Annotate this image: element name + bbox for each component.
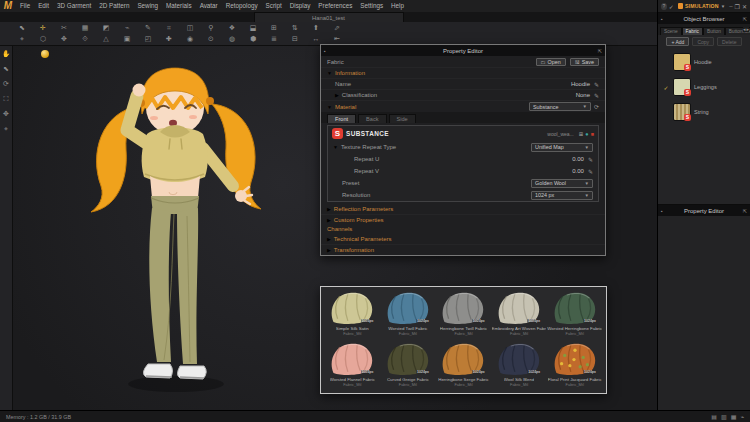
mirror-tool-icon[interactable]: ⬓ [247,22,259,33]
end-tool-icon[interactable]: ⇤ [331,33,343,44]
fabric-swatch[interactable]: 1024pxFloral Print Jacquard FabricFabric… [547,341,602,391]
plugin-icon[interactable]: ⌁ [740,413,744,420]
menu-settings[interactable]: Settings [356,0,387,12]
tab-button[interactable]: Button [703,27,725,35]
measure-tool-icon[interactable]: ⌗ [163,22,175,33]
tab-fabric[interactable]: Fabric [682,27,703,35]
menu-help[interactable]: Help [387,0,408,12]
scissors-tool-icon[interactable]: ✂ [58,22,70,33]
menu-display[interactable]: Display [286,0,315,12]
fabric-swatch[interactable]: 1024pxHerringbone Twill FabricFabric_Mtl [436,290,491,340]
menu-materials[interactable]: Materials [162,0,196,12]
menu-2d-pattern[interactable]: 2D Pattern [95,0,133,12]
repeat-type-dropdown[interactable]: Unified Map▼ [531,143,593,152]
information-section-header[interactable]: ▼ Information [321,67,605,78]
move-all-icon[interactable]: ✥ [3,110,9,118]
document-tab[interactable]: Hana01_test [254,12,404,22]
check-icon[interactable]: ✓ [669,3,674,10]
classification-row[interactable]: ▶ Classification None ✎ [321,89,605,100]
save-button[interactable]: 🖫Save [570,58,599,66]
pin-tool-icon[interactable]: ◩ [100,22,112,33]
menu-edit[interactable]: Edit [34,0,53,12]
fabric-swatch[interactable]: 1024pxEmbroidery Art Woven FabricFabric_… [492,290,547,340]
swap-tool-icon[interactable]: ⇅ [289,22,301,33]
material-section-header[interactable]: ▼ Material Substance▼ ⟳ [321,100,605,112]
tab-scene[interactable]: Scene [660,27,682,35]
material-tab-front[interactable]: Front [327,114,356,123]
collapse-tool-icon[interactable]: ⊟ [289,33,301,44]
move-tool-icon[interactable]: ✛ [37,22,49,33]
sidebar-property-editor-titlebar[interactable]: ▪ Property Editor ⇱ [658,205,750,216]
flip-tool-icon[interactable]: ⬀ [331,22,343,33]
tab-scroll-right-icon[interactable]: ▸ [746,26,749,32]
frame-tool-icon[interactable]: ◰ [142,33,154,44]
edit-tool-icon[interactable]: ✎ [142,22,154,33]
edit-pencil-icon[interactable]: ✎ [588,168,593,175]
dock-icon[interactable]: ▪ [661,16,663,22]
tab-scroll-left-icon[interactable]: ◂ [743,26,746,32]
open-button[interactable]: 🗀Open [536,58,566,66]
rotate-view-icon[interactable]: ⟳ [3,80,9,88]
arrange-tool-icon[interactable]: ⬆ [310,22,322,33]
texture-grid-icon[interactable]: ⊞ [579,131,584,137]
resolution-dropdown[interactable]: 1024 px▼ [531,191,593,200]
panel-tool-icon[interactable]: ◫ [184,22,196,33]
edit-pencil-icon[interactable]: ✎ [594,92,599,99]
add-tool-icon[interactable]: ✚ [163,33,175,44]
material-tab-back[interactable]: Back [358,114,386,123]
frame-view-icon[interactable]: ⛶ [4,95,9,103]
fabric-swatch[interactable]: 1024pxCurved Greige FabricFabric_Mtl [381,341,436,391]
fabric-swatch[interactable]: 1024pxWorsted Herringbone FabricFabric_M… [547,290,602,340]
sync-tool-icon[interactable]: ⊞ [268,22,280,33]
pin-icon[interactable]: ⇱ [743,208,747,214]
fabric-swatch[interactable]: 1024pxWool Silk BlendFabric_Mtl [492,341,547,391]
menu-3d-garment[interactable]: 3D Garment [53,0,95,12]
remove-substance-icon[interactable]: ■ [591,131,594,137]
edit-pencil-icon[interactable]: ✎ [594,81,599,88]
pin-icon[interactable]: ⇱ [598,48,602,54]
menu-file[interactable]: File [16,0,34,12]
layout-single-icon[interactable]: ▤ [711,413,717,420]
section-technical-parameters[interactable]: ▶Technical Parameters [321,234,605,244]
menu-preferences[interactable]: Preferences [314,0,356,12]
diamond-tool-icon[interactable]: ⟐ [79,33,91,44]
eye-tool-icon[interactable]: ⊙ [205,33,217,44]
select-tool-icon[interactable]: ⬉ [16,22,28,33]
add-button[interactable]: + Add [666,37,689,46]
texture-repeat-row[interactable]: ▼ Texture Repeat Type Unified Map▼ [328,141,598,153]
fabric-list-item-string[interactable]: SString [662,101,746,123]
list-tool-icon[interactable]: ≣ [268,33,280,44]
edit-pencil-icon[interactable]: ✎ [588,156,593,163]
object-browser-titlebar[interactable]: ▪ Object Browser ⇱ [658,13,750,24]
layout-grid-icon[interactable]: ▦ [731,413,737,420]
fabric-swatch[interactable]: 1024pxSimple Silk SatinFabric_Mtl [325,290,380,340]
sewing-tool-icon[interactable]: ⌁ [121,22,133,33]
refresh-icon[interactable]: ⟳ [594,103,599,110]
gizmo-tool-icon[interactable]: ✥ [58,33,70,44]
triangle-tool-icon[interactable]: △ [100,33,112,44]
select-arrow-icon[interactable]: ⬉ [3,65,9,73]
close-icon[interactable]: ✕ [742,3,747,10]
layout-tool-icon[interactable]: ❖ [226,22,238,33]
dock-icon[interactable]: ▪ [324,48,326,54]
fabric-swatch[interactable]: 1024pxHerringbone Serge FabricFabric_Mtl [436,341,491,391]
avatar-3d[interactable] [41,46,321,406]
fabric-list-item-leggings[interactable]: ✓SLeggings [662,76,746,98]
mode-selector[interactable]: SIMULATION [685,3,719,9]
section-custom-properties[interactable]: ▶Custom Properties [321,214,605,224]
magnet-tool-icon[interactable]: ⚲ [205,22,217,33]
property-editor-titlebar[interactable]: ▪ Property Editor ⇱ [321,45,605,56]
record-tool-icon[interactable]: ◉ [184,33,196,44]
layout-split-icon[interactable]: ▥ [721,413,727,420]
minimize-icon[interactable]: – [729,3,732,9]
dock-icon[interactable]: ▪ [661,208,663,214]
section-transformation[interactable]: ▶Transformation [321,244,605,254]
menu-avatar[interactable]: Avatar [196,0,222,12]
menu-retopology[interactable]: Retopology [222,0,262,12]
board-tool-icon[interactable]: ▣ [121,33,133,44]
delete-button[interactable]: Delete [717,37,741,46]
menu-sewing[interactable]: Sewing [133,0,162,12]
horizontal-tool-icon[interactable]: ↔ [310,33,322,44]
sphere-tool-icon[interactable]: ◍ [226,33,238,44]
chevron-down-icon[interactable]: ▼ [721,4,725,9]
